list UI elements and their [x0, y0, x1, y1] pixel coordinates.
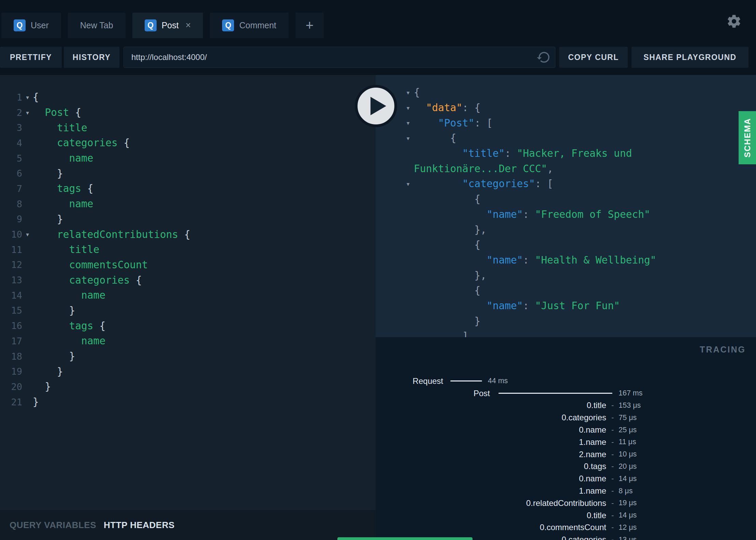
- add-tab-button[interactable]: +: [295, 13, 324, 38]
- bottom-green-bar: [337, 537, 472, 540]
- editor-line: 1▾{: [0, 90, 376, 105]
- trace-dash: -: [611, 474, 614, 483]
- line-number: 11: [0, 244, 22, 255]
- settings-gear-icon[interactable]: [726, 14, 742, 29]
- response-line: {: [376, 192, 756, 207]
- tracing-title: TRACING: [700, 345, 746, 355]
- tracing-row: 0.name-14 μs: [376, 472, 756, 485]
- line-number: 13: [0, 275, 22, 285]
- tracing-row: 0.commentsCount-12 μs: [376, 522, 756, 534]
- trace-dash: -: [611, 401, 614, 410]
- line-number: 3: [0, 122, 22, 133]
- editor-line: 16 tags {: [0, 318, 376, 333]
- tracing-row: Request44 ms: [376, 375, 756, 387]
- response-line: },: [376, 222, 756, 237]
- trace-label: 0.categories: [376, 413, 606, 422]
- trace-duration: 13 μs: [619, 536, 637, 540]
- editor-line: 18 }: [0, 349, 376, 364]
- fold-arrow-icon[interactable]: ▾: [22, 230, 33, 239]
- line-number: 21: [0, 397, 22, 407]
- fold-arrow-icon[interactable]: ▾: [22, 93, 33, 102]
- copy-curl-button[interactable]: COPY CURL: [559, 47, 628, 68]
- prettify-button[interactable]: PRETTIFY: [0, 47, 62, 68]
- editor-line: 8 name: [0, 196, 376, 212]
- response-line: }: [376, 313, 756, 329]
- close-tab-icon[interactable]: ×: [186, 21, 191, 30]
- schema-side-tab[interactable]: SCHEMA: [739, 111, 756, 164]
- response-lines: ▾{▾ "data": {▾ "Post": [▾ { "title": "Ha…: [376, 85, 756, 337]
- tab-list: QUserNew TabQPost×QComment: [1, 13, 289, 38]
- trace-dash: -: [611, 413, 614, 422]
- fold-arrow-icon[interactable]: ▾: [22, 108, 33, 117]
- trace-duration: 12 μs: [619, 523, 637, 532]
- editor-line: 15 }: [0, 303, 376, 318]
- trace-duration: 11 μs: [619, 438, 636, 446]
- execute-query-button[interactable]: [355, 85, 397, 127]
- reload-schema-icon[interactable]: [536, 50, 551, 64]
- tab-label: User: [31, 20, 49, 30]
- editor-line: 19 }: [0, 364, 376, 379]
- editor-line: 4 categories {: [0, 135, 376, 151]
- editor-line: 20 }: [0, 379, 376, 394]
- editor-line: 6 }: [0, 166, 376, 181]
- line-number: 14: [0, 290, 22, 301]
- editor-line: 12 commentsCount: [0, 257, 376, 273]
- trace-duration: 20 μs: [619, 462, 637, 471]
- tracing-rows: Request44 msPost167 ms0.title-153 μs0.ca…: [376, 375, 756, 540]
- editor-line: 17 name: [0, 333, 376, 349]
- response-line: "name": "Freedom of Speech": [376, 207, 756, 222]
- editor-line: 7 tags {: [0, 181, 376, 196]
- fold-arrow-icon[interactable]: ▾: [404, 134, 412, 142]
- fold-arrow-icon[interactable]: ▾: [404, 119, 412, 127]
- trace-dash: -: [611, 462, 614, 471]
- trace-timeline-bar: [498, 393, 612, 394]
- editor-line: 14 name: [0, 288, 376, 303]
- tab-label: New Tab: [80, 20, 113, 30]
- tab-bar-tabs: QUserNew TabQPost×QComment +: [1, 13, 324, 38]
- fold-arrow-icon[interactable]: ▾: [404, 180, 412, 188]
- line-number: 19: [0, 366, 22, 377]
- line-number: 20: [0, 381, 22, 392]
- response-line: "name": "Health & Wellbeing": [376, 253, 756, 268]
- trace-dash: -: [611, 450, 614, 459]
- url-input[interactable]: [123, 47, 555, 68]
- http-headers-tab[interactable]: HTTP HEADERS: [104, 520, 175, 530]
- editor-line: 11 title: [0, 242, 376, 257]
- trace-label: 1.name: [376, 486, 606, 496]
- share-playground-button[interactable]: SHARE PLAYGROUND: [631, 47, 748, 68]
- trace-label: 0.title: [376, 511, 606, 520]
- trace-label: 0.commentsCount: [376, 523, 606, 532]
- tab-post[interactable]: QPost×: [132, 13, 203, 38]
- tracing-row: 0.categories-75 μs: [376, 411, 756, 424]
- editor-line: 9 }: [0, 212, 376, 227]
- line-number: 16: [0, 320, 22, 331]
- editor-line: 5 name: [0, 151, 376, 166]
- tracing-panel[interactable]: TRACING Request44 msPost167 ms0.title-15…: [376, 337, 756, 540]
- editor-line: 3 title: [0, 120, 376, 135]
- response-pane[interactable]: ▾{▾ "data": {▾ "Post": [▾ { "title": "Ha…: [376, 75, 756, 337]
- line-number: 7: [0, 183, 22, 194]
- trace-label: 0.name: [376, 425, 606, 435]
- trace-dash: -: [611, 499, 614, 508]
- trace-dash: -: [611, 523, 614, 532]
- history-button[interactable]: HISTORY: [64, 47, 119, 68]
- trace-label: 0.title: [376, 401, 606, 410]
- query-variables-tab[interactable]: QUERY VARIABLES: [10, 520, 96, 530]
- tab-bar: QUserNew TabQPost×QComment +: [0, 0, 756, 45]
- line-number: 15: [0, 305, 22, 316]
- editor-line: 10▾ relatedContributions {: [0, 227, 376, 242]
- tab-new-tab[interactable]: New Tab: [68, 13, 126, 38]
- fold-arrow-icon[interactable]: ▾: [404, 88, 412, 97]
- trace-label: 1.name: [376, 437, 606, 447]
- query-tab-icon: Q: [14, 19, 26, 31]
- query-editor-pane[interactable]: 1▾{2▾ Post {3 title4 categories {5 name6…: [0, 75, 376, 510]
- variables-footer: QUERY VARIABLES HTTP HEADERS: [0, 510, 376, 540]
- response-line: "title": "Hacker, Freaks und: [376, 146, 756, 161]
- line-number: 2: [0, 107, 22, 118]
- tab-comment[interactable]: QComment: [210, 13, 288, 38]
- tab-user[interactable]: QUser: [1, 13, 61, 38]
- url-bar: [123, 47, 555, 68]
- tracing-row: 2.name-10 μs: [376, 448, 756, 461]
- play-icon: [370, 97, 386, 115]
- fold-arrow-icon[interactable]: ▾: [404, 104, 412, 112]
